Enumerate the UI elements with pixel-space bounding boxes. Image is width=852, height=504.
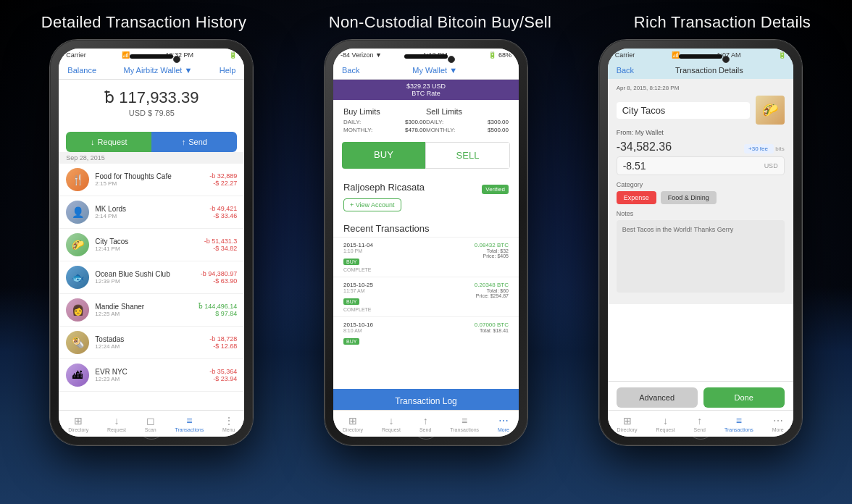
p2-sell-limits: Sell Limits DAILY: $300.00 MONTHLY: $500… — [426, 107, 509, 135]
p1-nav-menu[interactable]: ⋮ Menu — [220, 413, 238, 434]
p2-nav-more[interactable]: ⋯ More — [495, 413, 512, 434]
p1-tx-evr[interactable]: 🏙 EVR NYC 12:23 AM -b 35,364 -$ 23.94 — [59, 359, 244, 392]
p3-status-bar: Carrier 📶 1:07 AM 🔋 — [608, 49, 793, 62]
p1-nav-request[interactable]: ↓ Request — [104, 413, 129, 434]
p2-nav-request[interactable]: ↓ Request — [379, 413, 404, 434]
p2-battery: 🔋 68% — [488, 51, 511, 59]
p1-tx-mandie[interactable]: 👩 Mandie Shaner 12:25 AM ƀ 144,496.14 $ … — [59, 294, 244, 327]
p1-status-bar: Carrier 📶 10:32 PM 🔋 — [59, 49, 244, 62]
p2-nav-send[interactable]: ↑ Send — [417, 413, 434, 434]
p2-buy-limits-title: Buy Limits — [343, 107, 426, 116]
p2-buy-button[interactable]: BUY — [342, 142, 425, 169]
p2-carrier: -84 Verizon ▼ — [341, 51, 382, 59]
p2-sell-button[interactable]: SELL — [425, 142, 510, 169]
p1-tx-food[interactable]: 🍴 Food for Thoughts Cafe 2:15 PM -b 32,8… — [59, 164, 244, 196]
p2-request-label: Request — [382, 427, 401, 432]
p3-food-dining-category[interactable]: Food & Dining — [661, 191, 717, 204]
p1-tx-tostadas-time: 12:24 AM — [95, 343, 209, 350]
p2-tx-2-date: 2015-10-25 — [343, 282, 383, 288]
p3-nav-more[interactable]: ⋯ More — [769, 413, 787, 434]
p3-nav-request[interactable]: ↓ Request — [653, 413, 678, 434]
p2-nav-transactions[interactable]: ≡ Transactions — [447, 413, 482, 434]
p2-buy-monthly-row: MONTHLY: $478.00 — [343, 127, 426, 133]
p2-more-label: More — [498, 427, 509, 432]
p1-carrier: Carrier — [66, 51, 86, 59]
p2-wallet-title[interactable]: My Wallet ▼ — [412, 66, 457, 75]
p3-request-label: Request — [656, 427, 675, 432]
p2-tx-2-right: 0.20348 BTC Total: $60 Price: $294.87 — [383, 282, 509, 298]
p3-back-button[interactable]: Back — [617, 66, 634, 75]
p3-content-area: Apr 8, 2015, 8:12:28 PM City Tacos 🌮 Fro… — [608, 79, 793, 304]
p3-transactions-label: Transactions — [724, 427, 753, 432]
p1-tx-sushi-info: Ocean Blue Sushi Club 12:39 PM — [95, 270, 200, 285]
phone-1: Carrier 📶 10:32 PM 🔋 Balance My Airbitz … — [50, 40, 253, 445]
p1-tx-evr-icon: 🏙 — [66, 364, 89, 387]
p2-user-section: Raljoseph Ricasata Verified + View Accou… — [333, 176, 519, 217]
p2-tx-2-total: Total: $60 — [383, 288, 509, 293]
p1-tx-tostadas[interactable]: 🌯 Tostadas 12:24 AM -b 18,728 -$ 12.68 — [59, 327, 244, 359]
p3-more-label: More — [772, 427, 784, 432]
p2-tx-2-time: 11:57 AM — [343, 288, 383, 293]
p2-tx-item-3[interactable]: 2015-10-16 8:10 AM BUY 0.07000 BTC Total… — [333, 316, 519, 350]
p1-request-icon: ↓ — [91, 138, 95, 146]
p3-nav-title: Transaction Details — [675, 66, 743, 75]
p3-send-label: Send — [694, 427, 706, 432]
p1-nav-transactions[interactable]: ≡ Transactions — [172, 413, 206, 434]
p2-tx-1-status: COMPLETE — [343, 267, 383, 272]
p1-tx-tacos[interactable]: 🌮 City Tacos 12:41 PM -b 51,431.3 -$ 34.… — [59, 229, 244, 261]
p2-tx-2-price: Price: $294.87 — [383, 293, 509, 298]
p1-tx-evr-info: EVR NYC 12:23 AM — [95, 368, 209, 382]
p2-back-button[interactable]: Back — [342, 66, 359, 75]
p1-tx-sushi-name: Ocean Blue Sushi Club — [95, 270, 200, 278]
p2-tx-1-price: Price: $405 — [383, 253, 509, 259]
p2-nav-directory[interactable]: ⊞ Directory — [340, 413, 366, 434]
p1-tx-food-amounts: -b 32,889 -$ 22.27 — [209, 172, 237, 187]
p3-expense-category[interactable]: Expense — [617, 191, 656, 204]
p2-tx-item-1[interactable]: 2015-11-04 1:10 PM BUY COMPLETE 0.08432 … — [333, 237, 519, 277]
p1-menu-label: Menu — [222, 427, 235, 432]
p1-request-button[interactable]: ↓ Request — [66, 132, 151, 152]
p2-tx-2-status: COMPLETE — [343, 307, 383, 312]
p1-tx-tacos-icon: 🌮 — [66, 233, 89, 256]
p2-sell-daily-label: DAILY: — [426, 119, 443, 125]
p1-balance-link[interactable]: Balance — [67, 66, 96, 75]
p1-wallet-title[interactable]: My Airbitz Wallet ▼ — [123, 66, 192, 75]
p3-done-button[interactable]: Done — [703, 387, 785, 408]
p3-usd-label: USD — [764, 162, 778, 169]
phone-3-screen: Carrier 📶 1:07 AM 🔋 Back Transaction Det… — [608, 49, 793, 437]
p2-user-name: Raljoseph Ricasata — [343, 182, 425, 193]
p1-nav-scan[interactable]: ◻ Scan — [142, 413, 159, 434]
p1-tx-mk-btc: -b 49,421 — [209, 205, 237, 212]
p1-tx-sushi[interactable]: 🐟 Ocean Blue Sushi Club 12:39 PM -b 94,3… — [59, 261, 244, 294]
p2-tx-item-2[interactable]: 2015-10-25 11:57 AM BUY COMPLETE 0.20348… — [333, 277, 519, 316]
p1-tx-tacos-time: 12:41 PM — [95, 245, 204, 252]
p1-time: 10:32 PM — [165, 51, 193, 59]
p1-help-link[interactable]: Help — [220, 66, 236, 75]
p1-tx-food-icon: 🍴 — [66, 168, 89, 191]
p2-tx-2-date-col: 2015-10-25 11:57 AM BUY COMPLETE — [343, 282, 383, 312]
p1-tx-tacos-info: City Tacos 12:41 PM — [95, 238, 204, 252]
p2-view-account-button[interactable]: + View Account — [343, 198, 401, 211]
p1-tx-mandie-btc: ƀ 144,496.14 — [199, 303, 238, 310]
p3-notes-box[interactable]: Best Tacos in the World! Thanks Gerry — [617, 220, 785, 293]
p2-btc-rate-label: BTC Rate — [412, 90, 440, 97]
p2-sell-daily-row: DAILY: $300.00 — [426, 119, 509, 125]
p3-fee-unit: bits — [775, 146, 784, 152]
p1-tx-mk[interactable]: 👤 MK Lords 2:14 PM -b 49,421 -$ 33.46 — [59, 196, 244, 229]
p2-directory-label: Directory — [343, 427, 363, 432]
p1-tx-tostadas-info: Tostadas 12:24 AM — [95, 335, 209, 350]
p1-scan-icon: ◻ — [146, 415, 155, 427]
p3-nav-directory[interactable]: ⊞ Directory — [614, 413, 640, 434]
p3-transactions-icon: ≡ — [736, 415, 742, 427]
p1-nav-directory[interactable]: ⊞ Directory — [65, 413, 91, 434]
p3-nav-send[interactable]: ↑ Send — [691, 413, 709, 434]
p3-fee-info: +30 fee bits — [744, 140, 785, 154]
p3-advanced-button[interactable]: Advanced — [617, 387, 698, 408]
p1-send-button[interactable]: ↑ Send — [151, 132, 237, 152]
p3-time: 1:07 AM — [717, 51, 740, 59]
p2-limits-section: Buy Limits DAILY: $300.00 MONTHLY: $478.… — [333, 100, 519, 142]
p3-btc-value: -34,582.36 — [617, 140, 672, 153]
phone-2: -84 Verizon ▼ 1:13 PM 🔋 68% Back My Wall… — [325, 40, 527, 445]
p3-nav-transactions[interactable]: ≡ Transactions — [722, 413, 756, 434]
p1-tx-tostadas-usd: -$ 12.68 — [209, 343, 237, 350]
